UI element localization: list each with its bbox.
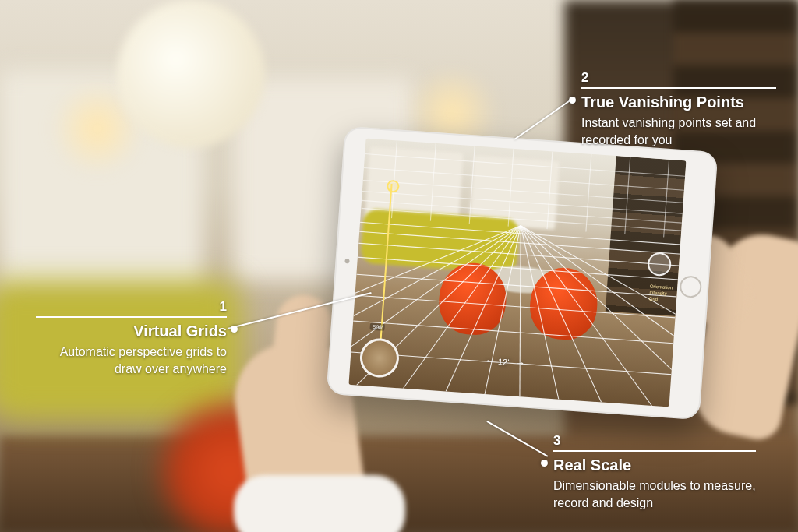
home-button[interactable]: [679, 275, 702, 298]
callout-description: Automatic perspective grids to draw over…: [36, 344, 227, 377]
axis-label: S/W: [369, 323, 385, 331]
svg-line-34: [348, 307, 686, 358]
pendant-lamp: [117, 0, 265, 148]
callout-real-scale: 3 Real Scale Dimensionable modules to me…: [553, 433, 772, 511]
ipad-body: S/W Orientation Intensity Grid ← 12" →: [327, 126, 719, 421]
promo-scene: S/W Orientation Intensity Grid ← 12" → 1: [0, 0, 798, 532]
screen-sofa: [360, 209, 519, 274]
callout-dot-icon: [231, 326, 238, 333]
svg-line-11: [586, 154, 591, 232]
dimension-value: 12": [498, 357, 511, 367]
ipad-screen[interactable]: S/W Orientation Intensity Grid ← 12" →: [348, 139, 686, 407]
callout-rule: [581, 87, 776, 89]
callout-virtual-grids: 1 Virtual Grids Automatic perspective gr…: [36, 299, 227, 377]
callout-title: True Vanishing Points: [581, 93, 784, 111]
callout-dot-icon: [569, 97, 576, 104]
callout-description: Dimensionable modules to measure, record…: [553, 477, 772, 511]
callout-number: 3: [553, 433, 772, 449]
callout-number: 1: [220, 299, 227, 315]
ipad-device: S/W Orientation Intensity Grid ← 12" →: [327, 126, 719, 421]
arrow-right-icon: →: [515, 357, 524, 369]
callout-rule: [36, 316, 227, 318]
left-sleeve: [234, 475, 405, 532]
callout-title: Real Scale: [553, 456, 772, 474]
callout-vanishing-points: 2 True Vanishing Points Instant vanishin…: [581, 70, 784, 148]
callout-title: Virtual Grids: [36, 322, 227, 340]
callout-leader: [514, 100, 571, 140]
callout-number: 2: [581, 70, 784, 86]
callout-description: Instant vanishing points set and recorde…: [581, 115, 784, 148]
screen-bookshelf: [606, 156, 687, 316]
capture-button[interactable]: [358, 337, 400, 379]
front-camera: [344, 259, 349, 263]
dimension-readout: ← 12" →: [485, 354, 524, 368]
arrow-left-icon: ←: [485, 354, 494, 367]
callout-dot-icon: [541, 460, 548, 467]
callout-rule: [553, 450, 756, 452]
tool-panel-labels: Orientation Intensity Grid: [648, 283, 673, 303]
